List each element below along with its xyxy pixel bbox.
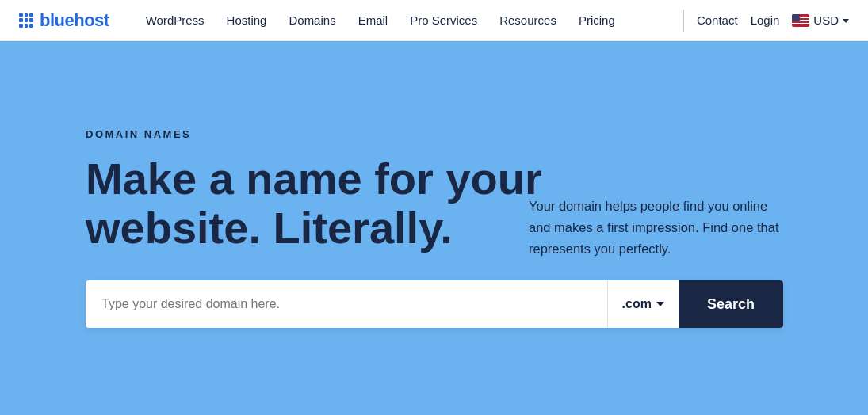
hero-right: Your domain helps people find you online… [529,196,782,261]
nav-right: Contact Login USD [697,13,849,27]
nav-item-resources[interactable]: Resources [488,0,568,41]
nav-item-email[interactable]: Email [347,0,400,41]
nav-link-email[interactable]: Email [347,0,400,41]
search-button[interactable]: Search [679,280,783,328]
hero-left: DOMAIN NAMES Make a name for your websit… [86,128,577,328]
nav-link-hosting[interactable]: Hosting [216,0,278,41]
nav-link-pro-services[interactable]: Pro Services [399,0,488,41]
hero-section: DOMAIN NAMES Make a name for your websit… [0,41,868,415]
tld-selector-button[interactable]: .com [607,280,679,328]
nav-link-pricing[interactable]: Pricing [568,0,626,41]
tld-chevron-icon [656,302,664,306]
brand-logo[interactable]: bluehost [19,10,109,31]
nav-item-wordpress[interactable]: WordPress [135,0,216,41]
nav-item-pro-services[interactable]: Pro Services [399,0,488,41]
currency-label: USD [813,13,839,27]
nav-item-hosting[interactable]: Hosting [216,0,278,41]
currency-chevron-icon [843,19,849,23]
nav-divider [683,10,684,32]
nav-link-wordpress[interactable]: WordPress [135,0,216,41]
contact-link[interactable]: Contact [697,13,738,27]
nav-link-domains[interactable]: Domains [277,0,346,41]
domain-search-bar: .com Search [86,280,783,328]
hero-eyebrow: DOMAIN NAMES [86,128,577,140]
hero-description: Your domain helps people find you online… [529,196,782,261]
brand-grid-icon [19,13,33,28]
flag-icon [792,14,809,27]
nav-item-pricing[interactable]: Pricing [568,0,626,41]
nav-item-domains[interactable]: Domains [277,0,346,41]
nav-link-resources[interactable]: Resources [488,0,568,41]
brand-name: bluehost [40,10,109,31]
login-link[interactable]: Login [751,13,780,27]
navbar: bluehost WordPress Hosting Domains Email… [0,0,868,41]
domain-search-input[interactable] [86,280,607,328]
tld-label: .com [622,297,652,311]
currency-selector[interactable]: USD [792,13,849,27]
hero-headline: Make a name for your website. Literally. [86,154,577,252]
nav-links: WordPress Hosting Domains Email Pro Serv… [135,0,671,41]
